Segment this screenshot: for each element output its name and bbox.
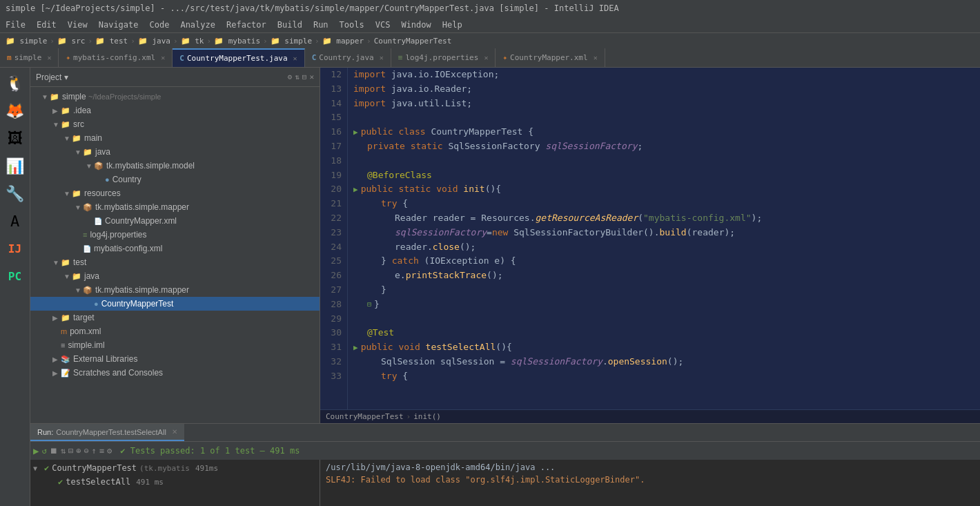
run-settings-btn[interactable]: ⚙ — [107, 446, 112, 456]
run-tree: ▼ ✔ CountryMapperTest (tk.mybatis 491ms … — [30, 460, 320, 506]
tree-scratches[interactable]: ▶ 📝 Scratches and Consoles — [30, 366, 320, 380]
menu-edit[interactable]: Edit — [31, 19, 62, 31]
dock-intellij[interactable]: IJ — [3, 236, 28, 261]
run-play-btn[interactable]: ▶ — [33, 445, 39, 456]
menu-help[interactable]: Help — [437, 19, 468, 31]
dock-ubuntu[interactable]: 🐧 — [3, 70, 28, 95]
tree-countrymappertest[interactable]: ● CountryMapperTest — [30, 297, 320, 311]
breadcrumb-method: init() — [413, 412, 441, 421]
dock-calc[interactable]: 📊 — [3, 153, 28, 178]
code-line-30: @Test — [353, 326, 974, 340]
tab-CountryMapperTest[interactable]: C CountryMapperTest.java ✕ — [173, 48, 304, 67]
tree-resources[interactable]: ▼ 📁 resources — [30, 186, 320, 200]
run-export-btn[interactable]: ↑ — [92, 446, 97, 456]
tree-src[interactable]: ▼ 📁 src — [30, 117, 320, 131]
code-line-22: Reader reader = Resources.getResourceAsR… — [353, 211, 974, 226]
menu-run[interactable]: Run — [308, 19, 334, 31]
nav-countymappertest[interactable]: CountryMapperTest — [374, 37, 452, 46]
tree-log4j[interactable]: ≡ log4j.properties — [30, 228, 320, 242]
nav-simple[interactable]: 📁 simple — [6, 37, 47, 46]
run-class-label: CountryMapperTest — [52, 463, 137, 473]
tree-mapper-res[interactable]: ▼ 📦 tk.mybatis.simple.mapper — [30, 200, 320, 214]
window-title: simple [~/IdeaProjects/simple] - .../src… — [6, 3, 619, 13]
tests-passed-badge: ✔ Tests passed: 1 of 1 test — 491 ms — [120, 446, 300, 456]
code-line-29 — [353, 312, 974, 327]
code-line-14: import java.util.List; — [353, 97, 974, 111]
tree-country-class[interactable]: ● Country — [30, 173, 320, 186]
nav-mapper[interactable]: 📁 mapper — [322, 37, 364, 46]
run-output: ▼ ✔ CountryMapperTest (tk.mybatis 491ms … — [30, 460, 980, 506]
sidebar-expand-icon[interactable]: ⇅ — [295, 72, 300, 81]
run-rerun-btn[interactable]: ↺ — [41, 446, 46, 456]
tree-java-main[interactable]: ▼ 📁 java — [30, 145, 320, 159]
tabs-bar: m simple ✕ ✦ mybatis-config.xml ✕ C Coun… — [0, 48, 980, 68]
run-tab-label: Run: — [37, 428, 53, 436]
dock-settings[interactable]: 🔧 — [3, 181, 28, 206]
code-line-33: try { — [353, 369, 974, 384]
menu-file[interactable]: File — [0, 19, 31, 31]
run-tab-close[interactable]: ✕ — [172, 428, 177, 436]
bottom-tab-run[interactable]: Run: CountryMapperTest.testSelectAll ✕ — [30, 424, 184, 441]
tab-CountryMapper-xml[interactable]: ✦ CountryMapper.xml ✕ — [496, 48, 605, 67]
nav-src[interactable]: 📁 src — [57, 37, 86, 46]
tab-Country[interactable]: C Country.java ✕ — [305, 48, 391, 67]
tree-mybatis-config[interactable]: 📄 mybatis-config.xml — [30, 242, 320, 255]
run-collapse-btn[interactable]: ⊖ — [84, 446, 88, 456]
menu-window[interactable]: Window — [395, 19, 436, 31]
tree-model-pkg[interactable]: ▼ 📦 tk.mybatis.simple.model — [30, 159, 320, 173]
nav-tk[interactable]: 📁 tk — [181, 37, 204, 46]
dock-firefox[interactable]: 🦊 — [3, 98, 28, 123]
tree-root[interactable]: ▼ 📁 simple ~/IdeaProjects/simple — [30, 90, 320, 104]
menu-vcs[interactable]: VCS — [370, 19, 396, 31]
code-line-15 — [353, 110, 974, 125]
sidebar-close-icon[interactable]: ✕ — [309, 72, 314, 81]
nav-mybatis[interactable]: 📁 mybatis — [214, 37, 260, 46]
menu-navigate[interactable]: Navigate — [93, 19, 144, 31]
code-line-31: ▶ public void testSelectAll(){ — [353, 340, 974, 355]
project-sidebar: Project ▾ ⚙ ⇅ ⊟ ✕ ▼ 📁 simple ~/IdeaProje — [30, 68, 320, 423]
tab-simple[interactable]: m simple ✕ — [0, 48, 59, 67]
tab-log4j[interactable]: ≡ log4j.properties ✕ — [391, 48, 496, 67]
menu-code[interactable]: Code — [144, 19, 175, 31]
nav-java[interactable]: 📁 java — [138, 37, 170, 46]
dock-amazon[interactable]: A — [3, 208, 28, 233]
menu-tools[interactable]: Tools — [334, 19, 370, 31]
left-dock: 🐧 🦊 🖼 📊 🔧 A IJ PC — [0, 68, 30, 506]
nav-simple2[interactable]: 📁 simple — [271, 37, 312, 46]
tree-java-test[interactable]: ▼ 📁 java — [30, 269, 320, 283]
code-line-25: } catch (IOException e) { — [353, 254, 974, 269]
run-sort-btn[interactable]: ⇅ — [61, 446, 66, 456]
run-more-btn[interactable]: ≡ — [99, 446, 104, 456]
run-tree-class[interactable]: ▼ ✔ CountryMapperTest (tk.mybatis 491ms — [33, 461, 317, 475]
code-line-16: ▶ public class CountryMapperTest { — [353, 125, 974, 139]
sidebar-settings-icon[interactable]: ⚙ — [288, 72, 293, 81]
run-test-name: CountryMapperTest.testSelectAll — [56, 428, 166, 436]
sidebar-collapse-icon[interactable]: ⊟ — [302, 72, 307, 81]
dock-photos[interactable]: 🖼 — [3, 126, 28, 150]
tree-countrymapper-xml[interactable]: 📄 CountryMapper.xml — [30, 214, 320, 228]
menu-analyze[interactable]: Analyze — [175, 19, 221, 31]
menu-view[interactable]: View — [62, 19, 93, 31]
tree-simple-iml[interactable]: ≡ simple.iml — [30, 338, 320, 352]
tree-idea[interactable]: ▶ 📁 .idea — [30, 104, 320, 117]
tree-test[interactable]: ▼ 📁 test — [30, 255, 320, 269]
run-expand-btn[interactable]: ⊕ — [76, 446, 81, 456]
tab-mybatis-config[interactable]: ✦ mybatis-config.xml ✕ — [59, 48, 173, 67]
menu-refactor[interactable]: Refactor — [221, 19, 272, 31]
tree-external-libs[interactable]: ▶ 📚 External Libraries — [30, 352, 320, 366]
tree-target[interactable]: ▶ 📁 target — [30, 311, 320, 324]
code-line-32: SqlSession sqlSession = sqlSessionFactor… — [353, 355, 974, 369]
editor: 12 13 14 15 16 17 18 19 20 21 22 23 24 2… — [320, 68, 980, 423]
code-content[interactable]: import java.io.IOException; import java.… — [348, 68, 980, 409]
dock-pycharm[interactable]: PC — [3, 264, 28, 289]
tree-main[interactable]: ▼ 📁 main — [30, 131, 320, 145]
tree-pom-xml[interactable]: m pom.xml — [30, 324, 320, 338]
run-filter-btn[interactable]: ⊟ — [68, 446, 73, 456]
run-stop-btn[interactable]: ⏹ — [50, 446, 58, 456]
code-line-23: sqlSessionFactory=new SqlSessionFactoryB… — [353, 226, 974, 240]
menu-build[interactable]: Build — [272, 19, 308, 31]
nav-test[interactable]: 📁 test — [95, 37, 128, 46]
run-tree-method[interactable]: ✔ testSelectAll 491 ms — [33, 475, 317, 489]
editor-breadcrumb: CountryMapperTest › init() — [320, 409, 980, 423]
tree-mapper-test-pkg[interactable]: ▼ 📦 tk.mybatis.simple.mapper — [30, 283, 320, 297]
